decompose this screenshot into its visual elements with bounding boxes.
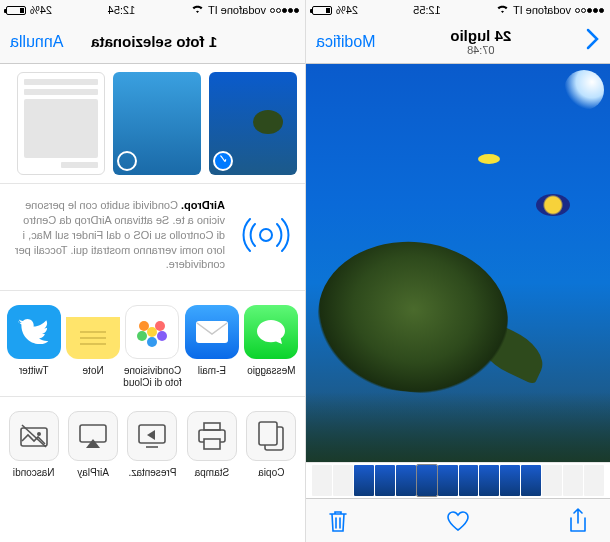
nav-title-time: 07:48 (450, 44, 511, 56)
action-print[interactable]: Stampa (182, 411, 241, 489)
photo-detail-screen: vodafone IT 12:55 24% 24 luglio 07:48 Mo… (305, 0, 610, 542)
action-label: Presentaz. (129, 467, 177, 489)
share-app-label: Note (83, 365, 104, 387)
filmstrip-thumb[interactable] (375, 465, 395, 496)
unselected-ring-icon (117, 151, 137, 171)
filmstrip-thumb[interactable] (584, 465, 604, 496)
wifi-icon (496, 4, 509, 16)
status-bar: vodafone IT 12:54 24% (0, 0, 305, 20)
battery-icon (312, 6, 332, 15)
edit-button[interactable]: Modifica (316, 33, 376, 51)
checkmark-icon (213, 151, 233, 171)
action-label: Copia (258, 467, 284, 489)
nav-title: 24 luglio 07:48 (450, 27, 511, 56)
battery-pct-label: 24% (336, 4, 358, 16)
action-label: AirPlay (77, 467, 109, 489)
svg-point-7 (147, 337, 157, 347)
svg-point-3 (155, 321, 165, 331)
svg-point-20 (37, 432, 41, 436)
share-app-twitter[interactable]: Twitter (4, 305, 63, 388)
airdrop-text: AirDrop. Condividi subito con le persone… (12, 198, 225, 272)
message-icon (244, 305, 298, 359)
filmstrip-thumb[interactable] (333, 465, 353, 496)
filmstrip-thumb-selected[interactable] (417, 465, 437, 496)
filmstrip-thumb[interactable] (459, 465, 479, 496)
svg-point-5 (157, 331, 167, 341)
clock-label: 12:55 (413, 4, 441, 16)
action-airplay[interactable]: AirPlay (63, 411, 122, 489)
copy-icon (246, 411, 296, 461)
airdrop-icon (239, 208, 293, 262)
share-sheet-screen: vodafone IT 12:54 24% 1 foto selezionata… (0, 0, 305, 542)
filmstrip-thumb[interactable] (354, 465, 374, 496)
share-app-label: Condivisione foto di iCloud (123, 365, 182, 388)
airdrop-section[interactable]: AirDrop. Condividi subito con le persone… (0, 184, 305, 291)
photo-viewport[interactable] (306, 64, 610, 462)
action-hide[interactable]: Nascondi (4, 411, 63, 489)
photo-thumb[interactable] (113, 72, 201, 175)
svg-rect-13 (204, 423, 220, 430)
back-chevron-icon[interactable] (586, 28, 600, 56)
share-app-label: Twitter (19, 365, 48, 387)
filmstrip-thumb[interactable] (312, 465, 332, 496)
bottom-toolbar (306, 498, 610, 542)
actions-row[interactable]: Copia Stampa Presentaz. AirPlay (0, 397, 305, 497)
signal-strength-icon (270, 8, 299, 13)
svg-point-2 (147, 327, 157, 337)
selected-photo-thumb[interactable] (209, 72, 297, 175)
status-bar: vodafone IT 12:55 24% (306, 0, 610, 20)
share-app-label: E-mail (198, 365, 226, 387)
filmstrip-thumb[interactable] (563, 465, 583, 496)
carrier-label: vodafone IT (513, 4, 571, 16)
action-copy[interactable]: Copia (242, 411, 301, 489)
svg-rect-15 (204, 439, 220, 449)
cancel-button[interactable]: Annulla (10, 33, 63, 51)
selection-row[interactable] (0, 64, 305, 184)
clock-label: 12:54 (108, 4, 136, 16)
twitter-icon (7, 305, 61, 359)
share-apps-row[interactable]: Messaggio E-mail (0, 291, 305, 397)
nav-title: 1 foto selezionata (91, 33, 217, 50)
svg-point-0 (260, 229, 272, 241)
filmstrip-thumb[interactable] (521, 465, 541, 496)
svg-point-4 (139, 321, 149, 331)
filmstrip-thumb[interactable] (438, 465, 458, 496)
heart-icon[interactable] (446, 510, 470, 532)
svg-rect-12 (259, 422, 277, 445)
airplay-icon (68, 411, 118, 461)
filmstrip[interactable] (306, 462, 610, 498)
filmstrip-thumb[interactable] (396, 465, 416, 496)
carrier-label: vodafone IT (208, 4, 266, 16)
mail-icon (185, 305, 239, 359)
share-app-message[interactable]: Messaggio (242, 305, 301, 388)
trash-icon[interactable] (328, 509, 348, 533)
slideshow-icon (127, 411, 177, 461)
share-app-icloud[interactable]: Condivisione foto di iCloud (123, 305, 182, 388)
signal-strength-icon (575, 8, 604, 13)
filmstrip-thumb[interactable] (500, 465, 520, 496)
selection-count-label: 1 foto selezionata (91, 33, 217, 50)
icloud-photo-icon (125, 305, 179, 359)
wifi-icon (191, 4, 204, 16)
nav-title-date: 24 luglio (450, 27, 511, 44)
filmstrip-thumb[interactable] (542, 465, 562, 496)
photo-thumb[interactable] (17, 72, 105, 175)
svg-point-6 (137, 331, 147, 341)
filmstrip-thumb[interactable] (479, 465, 499, 496)
nav-bar: 1 foto selezionata Annulla (0, 20, 305, 64)
airdrop-title: AirDrop. (181, 199, 225, 211)
share-app-label: Messaggio (247, 365, 295, 387)
svg-rect-1 (196, 321, 228, 343)
hide-icon (9, 411, 59, 461)
share-app-notes[interactable]: Note (63, 305, 122, 388)
action-label: Nascondi (13, 467, 55, 489)
action-slideshow[interactable]: Presentaz. (123, 411, 182, 489)
battery-icon (6, 6, 26, 15)
nav-bar: 24 luglio 07:48 Modifica (306, 20, 610, 64)
share-icon[interactable] (568, 508, 588, 534)
print-icon (187, 411, 237, 461)
notes-icon (66, 305, 120, 359)
share-app-mail[interactable]: E-mail (182, 305, 241, 388)
battery-pct-label: 24% (30, 4, 52, 16)
action-label: Stampa (195, 467, 229, 489)
